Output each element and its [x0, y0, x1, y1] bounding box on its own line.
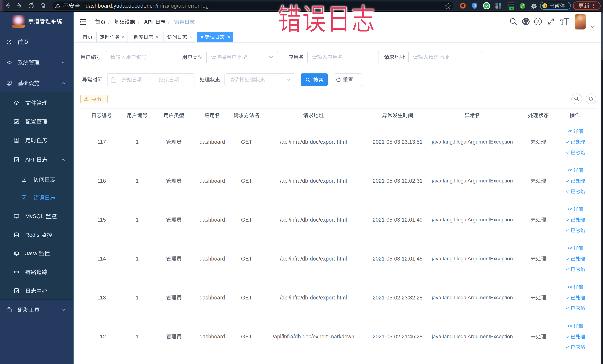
svg-text:?: ?: [536, 19, 539, 24]
svg-text:on: on: [510, 7, 513, 10]
